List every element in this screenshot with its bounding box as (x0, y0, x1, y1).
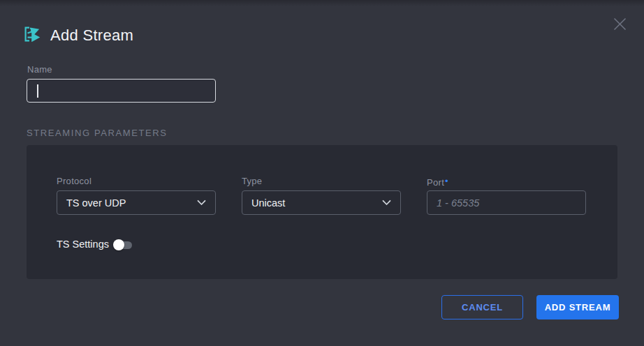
streaming-parameters-heading: STREAMING PARAMETERS (27, 128, 168, 138)
cancel-button[interactable]: CANCEL (441, 295, 523, 319)
ts-settings-toggle[interactable] (113, 239, 132, 250)
type-select[interactable]: Unicast (242, 190, 401, 215)
streaming-parameters-panel: Protocol Type Port• TS over UDP Unicast (27, 145, 617, 279)
type-selected-value: Unicast (242, 197, 382, 209)
protocol-select[interactable]: TS over UDP (57, 190, 216, 215)
add-stream-button[interactable]: ADD STREAM (536, 295, 619, 319)
name-input[interactable] (27, 80, 215, 102)
stream-out-icon (23, 26, 43, 43)
chevron-down-icon (197, 200, 206, 206)
protocol-selected-value: TS over UDP (57, 197, 197, 209)
close-icon[interactable] (609, 13, 630, 34)
required-marker: • (445, 176, 448, 186)
port-input[interactable] (427, 191, 585, 214)
port-input-wrap (427, 190, 586, 215)
chevron-down-icon (382, 200, 391, 206)
protocol-label: Protocol (57, 176, 92, 186)
name-label: Name (27, 64, 52, 75)
ts-settings-label: TS Settings (57, 239, 109, 250)
type-label: Type (242, 176, 262, 186)
name-input-wrap (27, 79, 216, 103)
dialog-title: Add Stream (50, 27, 133, 45)
port-label: Port• (427, 176, 448, 188)
toggle-knob (113, 239, 124, 250)
add-stream-dialog: Add Stream Name STREAMING PARAMETERS Pro… (0, 0, 644, 346)
